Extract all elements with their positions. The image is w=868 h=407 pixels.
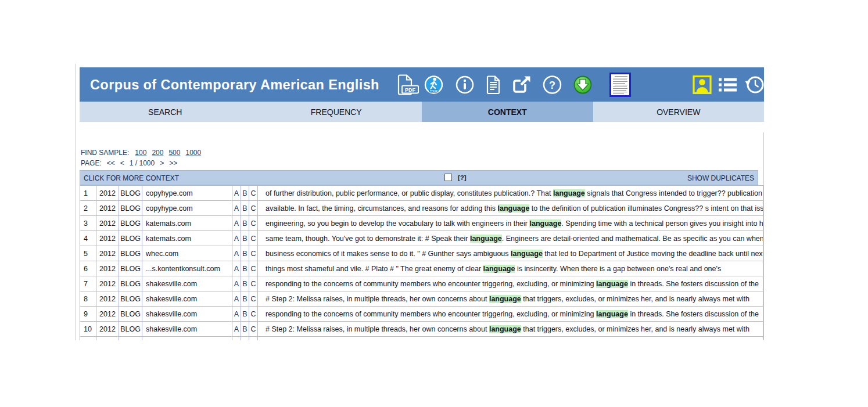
source-cell[interactable]: whec.com — [142, 246, 232, 261]
history-icon[interactable] — [745, 75, 765, 95]
show-duplicates-link[interactable]: SHOW DUPLICATES — [687, 174, 754, 182]
next-page-button[interactable]: > — [160, 159, 164, 167]
expand-link-b[interactable]: B — [241, 307, 249, 322]
genre-cell[interactable]: BLOG — [119, 216, 142, 231]
year-cell[interactable]: 2012 — [96, 216, 119, 231]
genre-cell[interactable]: BLOG — [119, 322, 142, 337]
genre-cell[interactable]: BLOG — [119, 276, 142, 291]
user-icon[interactable] — [693, 75, 712, 94]
genre-cell[interactable]: BLOG — [119, 261, 142, 276]
expand-link-a[interactable]: A — [232, 261, 241, 276]
source-cell[interactable]: copyhype.com — [142, 186, 232, 201]
expand-link-a[interactable]: A — [232, 186, 241, 201]
expand-link-c[interactable]: C — [249, 307, 258, 322]
kwic-match[interactable]: language — [489, 295, 521, 303]
document-icon[interactable] — [486, 75, 501, 94]
expand-link-b[interactable]: B — [241, 201, 249, 216]
download-icon[interactable] — [573, 75, 592, 94]
source-cell[interactable]: shakesville.com — [142, 307, 232, 322]
expand-link-c[interactable]: C — [249, 261, 258, 276]
year-cell[interactable]: 2012 — [96, 246, 119, 261]
genre-cell[interactable]: BLOG — [119, 201, 142, 216]
genre-cell[interactable]: BLOG — [119, 291, 142, 307]
duplicates-checkbox[interactable] — [444, 174, 452, 181]
expand-link-b[interactable]: B — [241, 186, 249, 201]
expand-link-a[interactable]: A — [232, 201, 241, 216]
expand-link-b[interactable]: B — [241, 261, 249, 276]
source-cell[interactable]: ...s.kontentkonsult.com — [142, 261, 232, 276]
kwic-match[interactable]: language — [596, 280, 628, 288]
expand-link-c[interactable]: C — [249, 276, 258, 291]
genre-cell[interactable]: BLOG — [119, 231, 142, 246]
source-cell[interactable]: shakesville.com — [142, 291, 232, 307]
kwic-text[interactable]: # Step 2: Melissa raises, in multiple th… — [258, 322, 763, 337]
genre-cell[interactable]: BLOG — [119, 186, 142, 201]
expand-link-b[interactable]: B — [241, 291, 249, 307]
source-cell[interactable]: shakesville.com — [142, 276, 232, 291]
year-cell[interactable]: 2012 — [96, 291, 119, 307]
text-page-icon[interactable] — [609, 73, 631, 97]
kwic-text[interactable]: responding to the concerns of community … — [258, 276, 763, 291]
kwic-text[interactable]: same team, though. You've got to demonst… — [258, 231, 763, 246]
sample-200-link[interactable]: 200 — [152, 149, 163, 157]
info-icon[interactable] — [455, 75, 474, 94]
expand-link-b[interactable]: B — [241, 322, 249, 337]
genre-cell[interactable]: BLOG — [119, 246, 142, 261]
expand-link-c[interactable]: C — [249, 231, 258, 246]
tab-frequency[interactable]: FREQUENCY — [251, 102, 422, 122]
kwic-match[interactable]: language — [498, 204, 530, 212]
external-link-icon[interactable] — [512, 75, 531, 94]
pdf-icon[interactable]: PDF — [396, 74, 419, 95]
tour-icon[interactable]: TOUR — [424, 75, 443, 94]
year-cell[interactable]: 2012 — [96, 186, 119, 201]
expand-link-b[interactable]: B — [241, 246, 249, 261]
expand-link-c[interactable]: C — [249, 246, 258, 261]
kwic-text[interactable]: business economics of it makes sense to … — [258, 246, 763, 261]
prev-page-button[interactable]: < — [120, 159, 124, 167]
tab-overview[interactable]: OVERVIEW — [593, 102, 765, 122]
year-cell[interactable]: 2012 — [96, 307, 119, 322]
expand-link-a[interactable]: A — [232, 291, 241, 307]
kwic-match[interactable]: language — [553, 189, 585, 197]
list-icon[interactable] — [719, 77, 737, 92]
source-cell[interactable]: katemats.com — [142, 216, 232, 231]
kwic-match[interactable]: language — [489, 325, 521, 333]
year-cell[interactable]: 2012 — [96, 322, 119, 337]
help-icon[interactable]: ? — [543, 75, 562, 94]
sample-500-link[interactable]: 500 — [168, 149, 180, 157]
expand-link-a[interactable]: A — [232, 216, 241, 231]
expand-link-c[interactable]: C — [249, 216, 258, 231]
kwic-match[interactable]: language — [529, 219, 561, 228]
help-link[interactable]: [?] — [458, 174, 467, 181]
expand-link-a[interactable]: A — [232, 231, 241, 246]
expand-link-a[interactable]: A — [232, 307, 241, 322]
expand-link-a[interactable]: A — [232, 246, 241, 261]
kwic-text[interactable]: # Step 2: Melissa raises, in multiple th… — [258, 291, 763, 307]
year-cell[interactable]: 2012 — [96, 231, 119, 246]
expand-link-c[interactable]: C — [249, 186, 258, 201]
genre-cell[interactable]: BLOG — [119, 307, 142, 322]
expand-link-b[interactable]: B — [241, 231, 249, 246]
expand-link-c[interactable]: C — [249, 201, 258, 216]
expand-link-a[interactable]: A — [232, 322, 241, 337]
source-cell[interactable]: shakesville.com — [142, 322, 232, 337]
expand-link-b[interactable]: B — [241, 216, 249, 231]
kwic-match[interactable]: language — [470, 235, 502, 243]
kwic-text[interactable]: things most shameful and vile. # Plato #… — [258, 261, 763, 276]
expand-link-a[interactable]: A — [232, 276, 241, 291]
kwic-match[interactable]: language — [483, 265, 515, 273]
kwic-text[interactable]: of further distribution, public performa… — [258, 186, 763, 201]
first-page-button[interactable]: << — [107, 159, 115, 167]
expand-link-c[interactable]: C — [249, 322, 258, 337]
expand-link-b[interactable]: B — [241, 276, 249, 291]
expand-link-c[interactable]: C — [249, 291, 258, 307]
source-cell[interactable]: katemats.com — [142, 231, 232, 246]
year-cell[interactable]: 2012 — [96, 261, 119, 276]
source-cell[interactable]: copyhype.com — [142, 201, 232, 216]
kwic-text[interactable]: available. In fact, the timing, circumst… — [258, 201, 763, 216]
year-cell[interactable]: 2012 — [96, 276, 119, 291]
sample-1000-link[interactable]: 1000 — [185, 149, 201, 157]
kwic-match[interactable]: language — [596, 310, 628, 318]
tab-context[interactable]: CONTEXT — [422, 102, 593, 122]
kwic-text[interactable]: responding to the concerns of community … — [258, 307, 763, 322]
